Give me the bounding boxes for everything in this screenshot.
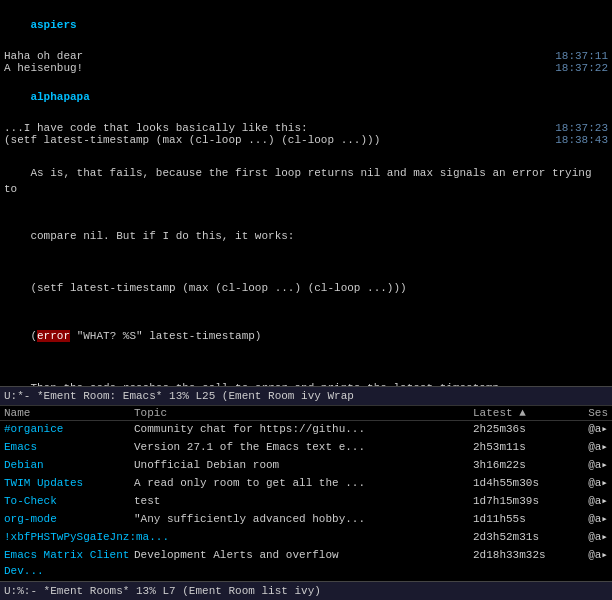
chat-modeline: U:*- *Ement Room: Emacs* 13% L25 (Ement …	[0, 386, 612, 406]
timestamp: 18:37:22	[555, 62, 608, 74]
username: aspiers	[30, 19, 76, 31]
col-header-name: Name	[4, 407, 134, 419]
room-name[interactable]: Emacs Matrix Client Dev...	[4, 548, 134, 580]
room-ses: @a▸	[573, 476, 608, 492]
message-text: compare nil. But if I do this, it works:	[30, 230, 294, 242]
room-latest: 2h53m11s	[473, 440, 573, 456]
room-topic: Version 27.1 of the Emacs text e...	[134, 440, 473, 456]
room-latest: 2d3h52m31s	[473, 530, 573, 546]
message-text: Then the code reaches the call to error …	[30, 382, 505, 386]
chat-line: As is, that fails, because the first loo…	[4, 150, 608, 214]
room-list-item[interactable]: #organice Community chat for https://git…	[0, 421, 612, 439]
room-list-item[interactable]: Debian Unofficial Debian room 3h16m22s @…	[0, 457, 612, 475]
room-name[interactable]: TWIM Updates	[4, 476, 134, 492]
room-ses: @a▸	[573, 458, 608, 474]
room-latest: 1d7h15m39s	[473, 494, 573, 510]
room-topic: Unofficial Debian room	[134, 458, 473, 474]
message-text: (error "WHAT? %S" latest-timestamp)	[30, 330, 261, 342]
room-latest: 1d4h55m30s	[473, 476, 573, 492]
room-topic: "Any sufficiently advanced hobby...	[134, 512, 473, 528]
room-latest: 2h25m36s	[473, 422, 573, 438]
room-topic: Community chat for https://githu...	[134, 422, 473, 438]
room-name[interactable]: #organice	[4, 422, 134, 438]
room-list-item[interactable]: org-mode "Any sufficiently advanced hobb…	[0, 511, 612, 529]
room-name[interactable]: Debian	[4, 458, 134, 474]
room-latest: 3h16m22s	[473, 458, 573, 474]
chat-line: A heisenbug! 18:37:22	[4, 62, 608, 74]
rooms-area: Name Topic Latest ▲ Ses #organice Commun…	[0, 405, 612, 580]
message-text: (setf latest-timestamp (max (cl-loop ...…	[4, 134, 555, 146]
room-name[interactable]: !xbfPHSTwPySgaIeJnz:ma...	[4, 530, 134, 546]
room-name[interactable]: To-Check	[4, 494, 134, 510]
chat-line: (setf latest-timestamp (max (cl-loop ...…	[4, 265, 608, 313]
chat-line: (setf latest-timestamp (max (cl-loop ...…	[4, 134, 608, 146]
col-header-ses: Ses	[573, 407, 608, 419]
modeline-text: U:*- *Ement Room: Emacs* 13% L25 (Ement …	[4, 390, 354, 402]
room-topic	[134, 530, 473, 546]
room-topic: Development Alerts and overflow	[134, 548, 473, 580]
room-list-item[interactable]: Emacs Matrix Client Dev... Development A…	[0, 547, 612, 581]
message-text: A heisenbug!	[4, 62, 555, 74]
error-keyword: error	[37, 330, 70, 342]
chat-line: Haha oh dear 18:37:11	[4, 50, 608, 62]
room-list-item[interactable]: Emacs Version 27.1 of the Emacs text e..…	[0, 439, 612, 457]
message-text: ...I have code that looks basically like…	[4, 122, 555, 134]
chat-line: ...I have code that looks basically like…	[4, 122, 608, 134]
room-latest: 2d18h33m32s	[473, 548, 573, 580]
chat-line: Then the code reaches the call to error …	[4, 365, 608, 386]
timestamp: 18:38:43	[555, 134, 608, 146]
room-ses: @a▸	[573, 512, 608, 528]
timestamp: 18:37:11	[555, 50, 608, 62]
rooms-header: Name Topic Latest ▲ Ses	[0, 406, 612, 421]
message-text: Haha oh dear	[4, 50, 555, 62]
room-latest: 1d11h55s	[473, 512, 573, 528]
chat-line: compare nil. But if I do this, it works:	[4, 213, 608, 261]
rooms-modeline-text: U:%:- *Ement Rooms* 13% L7 (Ement Room l…	[4, 585, 321, 597]
message-text: As is, that fails, because the first loo…	[4, 167, 598, 195]
col-header-latest: Latest ▲	[473, 407, 573, 419]
room-name[interactable]: org-mode	[4, 512, 134, 528]
room-name[interactable]: Emacs	[4, 440, 134, 456]
room-topic: A read only room to get all the ...	[134, 476, 473, 492]
username: alphapapa	[30, 91, 89, 103]
rooms-list: #organice Community chat for https://git…	[0, 421, 612, 580]
room-ses: @a▸	[573, 440, 608, 456]
room-ses: @a▸	[573, 548, 608, 580]
chat-line: aspiers	[4, 2, 608, 50]
timestamp: 18:37:23	[555, 122, 608, 134]
message-text: (setf latest-timestamp (max (cl-loop ...…	[30, 282, 406, 294]
room-topic: test	[134, 494, 473, 510]
rooms-modeline: U:%:- *Ement Rooms* 13% L7 (Ement Room l…	[0, 581, 612, 601]
latest-label: Latest ▲	[473, 407, 526, 419]
chat-line: alphapapa	[4, 74, 608, 122]
room-list-item[interactable]: !xbfPHSTwPySgaIeJnz:ma... 2d3h52m31s @a▸	[0, 529, 612, 547]
chat-line: (error "WHAT? %S" latest-timestamp)	[4, 313, 608, 361]
chat-area: aspiers Haha oh dear 18:37:11 A heisenbu…	[0, 0, 612, 386]
room-ses: @a▸	[573, 494, 608, 510]
room-list-item[interactable]: To-Check test 1d7h15m39s @a▸	[0, 493, 612, 511]
room-ses: @a▸	[573, 422, 608, 438]
room-list-item[interactable]: TWIM Updates A read only room to get all…	[0, 475, 612, 493]
col-header-topic: Topic	[134, 407, 473, 419]
room-ses: @a▸	[573, 530, 608, 546]
